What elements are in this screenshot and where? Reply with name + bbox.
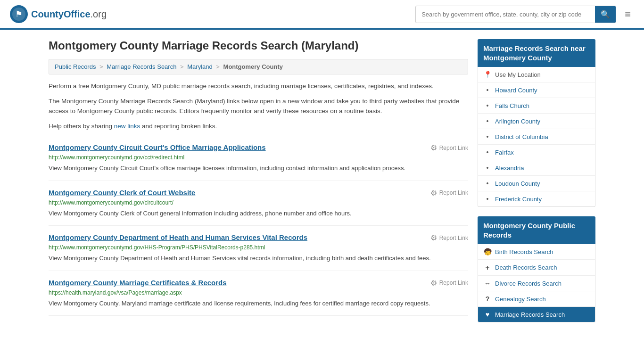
sidebar-nearby-item-8[interactable]: •Frederick County [478,191,595,206]
sidebar-nearby-label: Arlington County [495,118,540,125]
sidebar-public-records-list: 🧒Birth Records Search+Death Records Sear… [478,244,595,322]
result-desc: View Montgomery County, Maryland marriag… [49,299,468,308]
report-link-1[interactable]: ⚙ Report Link [430,189,468,197]
sidebar-nearby-label: Loudoun County [495,180,540,187]
search-button[interactable]: 🔍 [595,6,616,23]
sidebar-nearby-item-1[interactable]: •Howard County [478,82,595,98]
hamburger-menu-icon[interactable]: ≡ [621,6,635,22]
report-link-3[interactable]: ⚙ Report Link [430,279,468,288]
svg-text:⚑: ⚑ [15,9,23,19]
result-item: Montgomery County Marriage Certificates … [49,271,468,316]
breadcrumb-marriage-records[interactable]: Marriage Records Search [107,63,176,70]
genealogy-icon: ? [484,295,491,303]
list-bullet-icon: • [484,102,491,109]
report-link-0[interactable]: ⚙ Report Link [430,143,468,152]
sidebar-public-records-label: Death Records Search [495,264,557,271]
intro-para2: The Montgomery County Marriage Records S… [49,96,468,116]
marriage-icon: ♥ [484,311,491,318]
divorce-icon: ↔ [484,280,491,287]
result-title[interactable]: Montgomery County Circuit Court's Office… [49,143,266,151]
content-area: Montgomery County Marriage Records Searc… [49,39,468,332]
result-url: https://health.maryland.gov/vsa/Pages/ma… [49,289,468,296]
result-item: Montgomery County Clerk of Court Website… [49,181,468,226]
list-bullet-icon: • [484,180,491,187]
search-input[interactable] [416,7,595,22]
sidebar-nearby-item-0[interactable]: 📍Use My Location [478,67,595,82]
sidebar-public-records-item-0[interactable]: 🧒Birth Records Search [478,244,595,260]
sidebar-nearby-section: Marriage Records Search near Montgomery … [478,39,595,207]
sidebar-public-records-item-2[interactable]: ↔Divorce Records Search [478,276,595,291]
page-title: Montgomery County Marriage Records Searc… [49,39,468,52]
result-url: http://www.montgomerycountymd.gov/circui… [49,199,468,206]
list-bullet-icon: • [484,117,491,125]
list-bullet-icon: • [484,133,491,140]
sidebar-public-records-label: Birth Records Search [495,248,553,255]
breadcrumb-montgomery: Montgomery County [223,63,283,70]
logo[interactable]: ⚑ CountyOffice.org [9,5,107,24]
sidebar-public-records-label: Divorce Records Search [495,280,561,287]
sidebar-nearby-label: Use My Location [495,71,541,78]
death-icon: + [484,263,491,272]
result-url: http://www.montgomerycountymd.gov/cct/re… [49,154,468,161]
breadcrumb-maryland[interactable]: Maryland [187,63,212,70]
sidebar-nearby-item-2[interactable]: •Falls Church [478,98,595,114]
sidebar-public-records-item-1[interactable]: +Death Records Search [478,260,595,276]
location-icon: 📍 [484,71,491,78]
birth-icon: 🧒 [484,248,491,255]
result-url: http://www.montgomerycountymd.gov/HHS-Pr… [49,244,468,251]
sidebar-nearby-item-6[interactable]: •Alexandria [478,160,595,176]
sidebar-nearby-list: 📍Use My Location•Howard County•Falls Chu… [478,67,595,207]
sidebar-nearby-item-4[interactable]: •District of Columbia [478,129,595,145]
header-right: 🔍 ≡ [415,6,635,23]
sidebar-public-records-header: Montgomery County Public Records [478,216,595,244]
sidebar-nearby-label: Fairfax [495,149,514,156]
result-desc: View Montgomery County Circuit Court's o… [49,164,468,173]
site-header: ⚑ CountyOffice.org 🔍 ≡ [0,0,644,30]
sidebar-public-records-item-3[interactable]: ?Genealogy Search [478,291,595,307]
main-container: Montgomery County Marriage Records Searc… [39,30,605,341]
list-bullet-icon: • [484,195,491,203]
logo-icon: ⚑ [9,5,28,24]
result-desc: View Montgomery County Department of Hea… [49,254,468,263]
new-links-link[interactable]: new links [114,123,140,130]
result-title[interactable]: Montgomery County Clerk of Court Website [49,189,195,197]
list-bullet-icon: • [484,86,491,94]
sidebar-public-records-item-4[interactable]: ♥Marriage Records Search [478,307,595,322]
sidebar-nearby-item-3[interactable]: •Arlington County [478,114,595,129]
sidebar-nearby-label: District of Columbia [495,133,548,140]
sidebar-nearby-item-7[interactable]: •Loudoun County [478,176,595,191]
sidebar-nearby-label: Alexandria [495,165,524,172]
result-desc: View Montgomery County Clerk of Court ge… [49,209,468,218]
result-item: Montgomery County Circuit Court's Office… [49,136,468,181]
sidebar-public-records-section: Montgomery County Public Records 🧒Birth … [478,216,595,322]
logo-text: CountyOffice.org [31,9,107,20]
sidebar-nearby-header: Marriage Records Search near Montgomery … [478,39,595,67]
sidebar-public-records-label: Marriage Records Search [495,311,565,318]
list-bullet-icon: • [484,148,491,156]
report-link-2[interactable]: ⚙ Report Link [430,233,468,242]
intro-para3: Help others by sharing new links and rep… [49,121,468,132]
sidebar-nearby-label: Frederick County [495,196,542,203]
search-bar: 🔍 [415,6,616,23]
results-list: Montgomery County Circuit Court's Office… [49,136,468,316]
sidebar-nearby-item-5[interactable]: •Fairfax [478,145,595,160]
sidebar-nearby-label: Howard County [495,87,537,94]
result-item: Montgomery County Department of Heath an… [49,226,468,271]
result-title[interactable]: Montgomery County Marriage Certificates … [49,279,227,287]
sidebar-public-records-label: Genealogy Search [495,296,546,303]
intro-para1: Perform a free Montgomery County, MD pub… [49,81,468,91]
result-title[interactable]: Montgomery County Department of Heath an… [49,233,307,241]
sidebar: Marriage Records Search near Montgomery … [478,39,595,332]
breadcrumb-public-records[interactable]: Public Records [55,63,96,70]
list-bullet-icon: • [484,164,491,172]
breadcrumb: Public Records > Marriage Records Search… [49,59,468,74]
sidebar-nearby-label: Falls Church [495,102,529,109]
